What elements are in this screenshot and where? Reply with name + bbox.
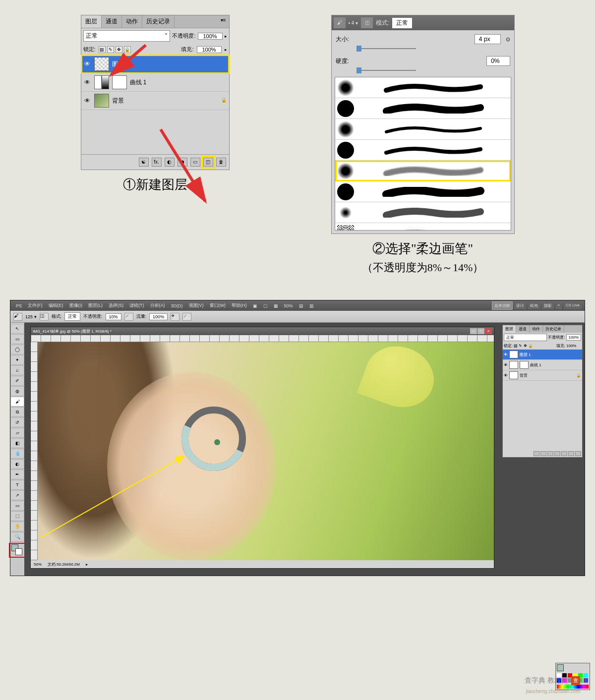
canvas[interactable] xyxy=(38,342,494,560)
screen-mode-icon[interactable]: ▣ xyxy=(250,302,260,309)
menu-view[interactable]: 视图(V) xyxy=(186,301,206,310)
eyedropper-tool[interactable]: ✐ xyxy=(10,376,24,386)
workspace-photography[interactable]: 摄影 xyxy=(542,302,554,309)
layer-fx-icon[interactable]: fx. xyxy=(152,158,162,167)
maximize-button[interactable]: □ xyxy=(477,328,484,334)
screen-mode-icon[interactable]: ▢ xyxy=(261,302,270,309)
menu-image[interactable]: 图像(I) xyxy=(67,301,85,310)
mini-fill-input[interactable]: 100% xyxy=(566,344,581,348)
hardness-slider[interactable] xyxy=(332,70,514,74)
dodge-tool[interactable]: ◐ xyxy=(10,459,24,469)
wand-tool[interactable]: ✦ xyxy=(10,355,24,365)
mode-select[interactable]: 正常 xyxy=(64,312,80,321)
menu-3d[interactable]: 3D(D) xyxy=(169,302,185,309)
lock-pixels-icon[interactable]: ✎ xyxy=(107,46,114,53)
history-brush-tool[interactable]: ↺ xyxy=(10,417,24,427)
stamp-tool[interactable]: ⧉ xyxy=(10,407,24,417)
lock-position-icon[interactable]: ✥ xyxy=(116,46,122,53)
adjustment-layer-thumbnail[interactable] xyxy=(94,75,109,89)
document-size[interactable]: 文档:50.2M/60.2M xyxy=(48,562,80,567)
visibility-icon[interactable]: 👁 xyxy=(504,352,508,357)
brush-preset-item[interactable] xyxy=(335,119,511,140)
document-titlebar[interactable]: IMG_4147副本.jpg @ 50% (图层 1, RGB/8) * — □… xyxy=(31,327,494,335)
brush-size-indicator[interactable]: • 4 ▾ xyxy=(349,20,358,26)
menu-ps[interactable]: PS xyxy=(13,302,24,309)
workspace-essentials[interactable]: 基本功能 xyxy=(492,302,512,309)
brush-panel-icon[interactable]: ◫ xyxy=(40,313,49,321)
layer-row-layer1[interactable]: 👁 图层 1 xyxy=(81,55,229,73)
layer-thumbnail[interactable] xyxy=(94,57,109,71)
hand-tool[interactable]: ✋ xyxy=(10,522,24,531)
mini-blend-select[interactable]: 正常 xyxy=(504,334,547,341)
link-icon[interactable] xyxy=(534,451,539,456)
lasso-tool[interactable]: ◯ xyxy=(10,345,24,354)
fill-input[interactable]: 100% xyxy=(197,46,222,53)
brush-preset-item[interactable] xyxy=(335,98,511,119)
menu-layer[interactable]: 图层(L) xyxy=(86,301,105,310)
panel-menu-icon[interactable]: ▾≡ xyxy=(218,15,229,28)
move-tool[interactable]: ↖ xyxy=(10,324,24,334)
visibility-icon[interactable]: 👁 xyxy=(504,373,508,378)
tool-preset-icon[interactable]: 🖌 xyxy=(13,313,22,321)
brush-tool[interactable]: 🖌 xyxy=(10,397,24,407)
size-input[interactable]: 4 px xyxy=(475,34,501,44)
mini-layer-row[interactable]: 👁 背景 🔒 xyxy=(503,370,582,381)
workspace-more-icon[interactable]: » xyxy=(556,302,562,309)
tab-channels[interactable]: 通道 xyxy=(102,15,122,28)
zoom-percentage[interactable]: 50% xyxy=(34,562,42,567)
visibility-icon[interactable]: 👁 xyxy=(83,97,91,105)
brush-mode-select[interactable]: 正常 xyxy=(392,18,412,28)
marquee-tool[interactable]: ▭ xyxy=(10,334,24,344)
blur-tool[interactable]: 💧 xyxy=(10,449,24,459)
airbrush-icon[interactable]: ✈ xyxy=(171,313,179,321)
cs-live-button[interactable]: CS Live xyxy=(564,302,582,309)
brush-panel-toggle-icon[interactable]: ◫ xyxy=(361,17,373,28)
size-slider[interactable] xyxy=(332,48,514,52)
layer-row-curves[interactable]: 👁 曲线 1 xyxy=(81,73,229,92)
visibility-icon[interactable]: 👁 xyxy=(83,60,91,68)
mini-opacity-input[interactable]: 100% xyxy=(566,334,581,341)
crop-tool[interactable]: ⟀ xyxy=(10,365,24,375)
adjustment-icon[interactable] xyxy=(554,451,560,456)
menu-window[interactable]: 窗口(W) xyxy=(207,301,229,310)
pen-tool[interactable]: ✒ xyxy=(10,469,24,479)
eraser-tool[interactable]: ▱ xyxy=(10,428,24,438)
pressure-size-icon[interactable]: ⟋ xyxy=(182,313,191,321)
hue-slider[interactable] xyxy=(557,685,589,689)
menu-filter[interactable]: 滤镜(T) xyxy=(127,301,147,310)
opacity-input[interactable]: 100% xyxy=(198,33,223,40)
layer-thumbnail[interactable] xyxy=(509,371,518,379)
brush-preset-item[interactable] xyxy=(335,140,511,161)
tab-layers[interactable]: 图层 xyxy=(81,15,102,28)
minimize-button[interactable]: — xyxy=(470,328,477,334)
flyout-icon[interactable]: ⊙ xyxy=(506,36,510,43)
visibility-icon[interactable]: 👁 xyxy=(504,363,508,367)
opacity-input[interactable]: 10% xyxy=(106,313,121,320)
color-swatch[interactable] xyxy=(10,544,24,556)
layer-mask-thumbnail[interactable] xyxy=(520,361,529,369)
mini-lock-icons[interactable]: ▨ ✎ ✥ 🔒 xyxy=(514,344,533,348)
fill-flyout-icon[interactable]: ▸ xyxy=(225,47,227,52)
visibility-icon[interactable]: 👁 xyxy=(83,78,91,86)
lock-all-icon[interactable]: 🔒 xyxy=(124,46,131,53)
layer-mask-icon[interactable]: ◐ xyxy=(165,158,175,167)
close-button[interactable]: × xyxy=(485,328,492,334)
brush-tool-icon[interactable]: 🖌 xyxy=(334,17,346,28)
layer-thumbnail[interactable] xyxy=(509,350,518,358)
brush-preset-item[interactable] xyxy=(335,223,511,231)
view-icon[interactable]: ▥ xyxy=(307,302,316,309)
view-icon[interactable]: ▤ xyxy=(297,302,306,309)
mini-tab-history[interactable]: 历史记录 xyxy=(543,325,564,333)
mini-layer-row[interactable]: 👁 曲线 1 xyxy=(503,360,582,370)
gradient-tool[interactable]: ◧ xyxy=(10,438,24,448)
brush-preset-item[interactable] xyxy=(335,202,511,223)
menu-edit[interactable]: 编辑(E) xyxy=(46,301,66,310)
new-icon[interactable] xyxy=(568,451,574,456)
brush-size-picker[interactable]: 125 ▾ xyxy=(25,314,37,319)
mini-tab-channels[interactable]: 通道 xyxy=(516,325,530,333)
mini-tab-actions[interactable]: 动作 xyxy=(530,325,543,333)
zoom-level-select[interactable]: 50% xyxy=(282,302,296,309)
hardness-input[interactable]: 0% xyxy=(486,56,510,66)
link-layers-icon[interactable]: ☯ xyxy=(139,158,149,167)
shape-tool[interactable]: ▭ xyxy=(10,501,24,511)
